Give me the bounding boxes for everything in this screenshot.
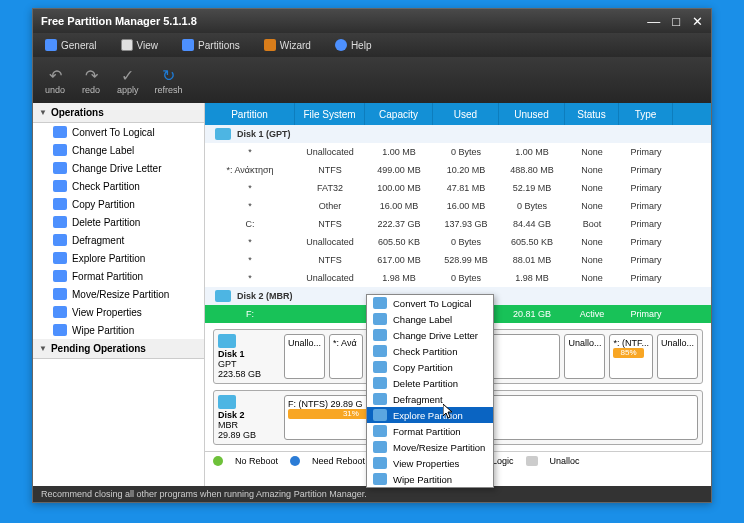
op-icon — [53, 144, 67, 156]
col-partition[interactable]: Partition — [205, 103, 295, 125]
partition-block[interactable]: Unallo... — [564, 334, 605, 379]
partition-row[interactable]: *Unallocated605.50 KB0 Bytes605.50 KBNon… — [205, 233, 711, 251]
ctx-icon — [373, 441, 387, 453]
apply-button[interactable]: ✓apply — [117, 65, 139, 95]
refresh-button[interactable]: ↻refresh — [155, 65, 183, 95]
sidebar-item[interactable]: Delete Partition — [33, 213, 204, 231]
ctx-icon — [373, 457, 387, 469]
context-item[interactable]: Delete Partition — [367, 375, 493, 391]
partition-row[interactable]: *Unallocated1.98 MB0 Bytes1.98 MBNonePri… — [205, 269, 711, 287]
context-item[interactable]: Explore Partition — [367, 407, 493, 423]
partition-block[interactable]: Unallo... — [657, 334, 698, 379]
menu-view[interactable]: View — [121, 39, 159, 51]
ctx-icon — [373, 377, 387, 389]
context-item[interactable]: Defragment — [367, 391, 493, 407]
partition-row[interactable]: *Other16.00 MB16.00 MB0 BytesNonePrimary — [205, 197, 711, 215]
col-type[interactable]: Type — [619, 103, 673, 125]
ctx-icon — [373, 409, 387, 421]
context-item[interactable]: Change Drive Letter — [367, 327, 493, 343]
ctx-icon — [373, 297, 387, 309]
operations-list: Convert To LogicalChange LabelChange Dri… — [33, 123, 204, 339]
grid-header: Partition File System Capacity Used Unus… — [205, 103, 711, 125]
partition-row[interactable]: *FAT32100.00 MB47.81 MB52.19 MBNonePrima… — [205, 179, 711, 197]
context-item[interactable]: Copy Partition — [367, 359, 493, 375]
partition-block[interactable]: *: (NTF...85% — [609, 334, 653, 379]
partition-block[interactable]: *: Ανά — [329, 334, 363, 379]
minimize-button[interactable]: — — [647, 14, 660, 29]
disk-icon — [218, 334, 236, 348]
op-icon — [53, 234, 67, 246]
op-icon — [53, 180, 67, 192]
ctx-icon — [373, 345, 387, 357]
op-icon — [53, 324, 67, 336]
sidebar-item[interactable]: Move/Resize Partition — [33, 285, 204, 303]
sidebar-item[interactable]: Format Partition — [33, 267, 204, 285]
sidebar-item[interactable]: Defragment — [33, 231, 204, 249]
sidebar: Operations Convert To LogicalChange Labe… — [33, 103, 205, 486]
col-capacity[interactable]: Capacity — [365, 103, 433, 125]
operations-header[interactable]: Operations — [33, 103, 204, 123]
op-icon — [53, 126, 67, 138]
sidebar-item[interactable]: Convert To Logical — [33, 123, 204, 141]
disk-info: Disk 2MBR29.89 GB — [218, 395, 280, 440]
disk-icon — [215, 128, 231, 140]
menubar: General View Partitions Wizard Help — [33, 33, 711, 57]
titlebar: Free Partition Manager 5.1.1.8 — □ ✕ — [33, 9, 711, 33]
partition-block[interactable]: Unallo... — [284, 334, 325, 379]
ctx-icon — [373, 329, 387, 341]
maximize-button[interactable]: □ — [672, 14, 680, 29]
context-item[interactable]: Change Label — [367, 311, 493, 327]
refresh-icon: ↻ — [159, 65, 179, 85]
partition-row[interactable]: C:NTFS222.37 GB137.93 GB84.44 GBBootPrim… — [205, 215, 711, 233]
toolbar: ↶undo ↷redo ✓apply ↻refresh — [33, 57, 711, 103]
col-unused[interactable]: Unused — [499, 103, 565, 125]
ctx-icon — [373, 313, 387, 325]
sidebar-item[interactable]: Change Label — [33, 141, 204, 159]
partition-row[interactable]: *: ΑνάκτησηNTFS499.00 MB10.20 MB488.80 M… — [205, 161, 711, 179]
sidebar-item[interactable]: Check Partition — [33, 177, 204, 195]
context-item[interactable]: Move/Resize Partition — [367, 439, 493, 455]
help-icon — [335, 39, 347, 51]
col-used[interactable]: Used — [433, 103, 499, 125]
partition-row[interactable]: *Unallocated1.00 MB0 Bytes1.00 MBNonePri… — [205, 143, 711, 161]
col-filesystem[interactable]: File System — [295, 103, 365, 125]
context-menu: Convert To LogicalChange LabelChange Dri… — [366, 294, 494, 488]
partition-row[interactable]: *NTFS617.00 MB528.99 MB88.01 MBNonePrima… — [205, 251, 711, 269]
disk-row[interactable]: Disk 1 (GPT) — [205, 125, 711, 143]
view-icon — [121, 39, 133, 51]
app-title: Free Partition Manager 5.1.1.8 — [41, 15, 647, 27]
close-button[interactable]: ✕ — [692, 14, 703, 29]
sidebar-item[interactable]: Copy Partition — [33, 195, 204, 213]
undo-button[interactable]: ↶undo — [45, 65, 65, 95]
wizard-icon — [264, 39, 276, 51]
context-item[interactable]: View Properties — [367, 455, 493, 471]
op-icon — [53, 162, 67, 174]
context-item[interactable]: Format Partition — [367, 423, 493, 439]
op-icon — [53, 216, 67, 228]
window-buttons: — □ ✕ — [647, 14, 703, 29]
context-item[interactable]: Wipe Partition — [367, 471, 493, 487]
disk-icon — [215, 290, 231, 302]
sidebar-item[interactable]: View Properties — [33, 303, 204, 321]
gear-icon — [45, 39, 57, 51]
context-item[interactable]: Convert To Logical — [367, 295, 493, 311]
ctx-icon — [373, 473, 387, 485]
redo-button[interactable]: ↷redo — [81, 65, 101, 95]
cursor-pointer — [443, 404, 455, 420]
noreboot-icon — [213, 456, 223, 466]
sidebar-item[interactable]: Wipe Partition — [33, 321, 204, 339]
sidebar-item[interactable]: Change Drive Letter — [33, 159, 204, 177]
menu-wizard[interactable]: Wizard — [264, 39, 311, 51]
statusbar: Recommend closing all other programs whe… — [33, 486, 711, 502]
unalloc-swatch — [526, 456, 538, 466]
menu-partitions[interactable]: Partitions — [182, 39, 240, 51]
col-status[interactable]: Status — [565, 103, 619, 125]
disk-info: Disk 1GPT223.58 GB — [218, 334, 280, 379]
menu-general[interactable]: General — [45, 39, 97, 51]
op-icon — [53, 288, 67, 300]
menu-help[interactable]: Help — [335, 39, 372, 51]
op-icon — [53, 252, 67, 264]
pending-header[interactable]: Pending Operations — [33, 339, 204, 359]
sidebar-item[interactable]: Explore Partition — [33, 249, 204, 267]
context-item[interactable]: Check Partition — [367, 343, 493, 359]
